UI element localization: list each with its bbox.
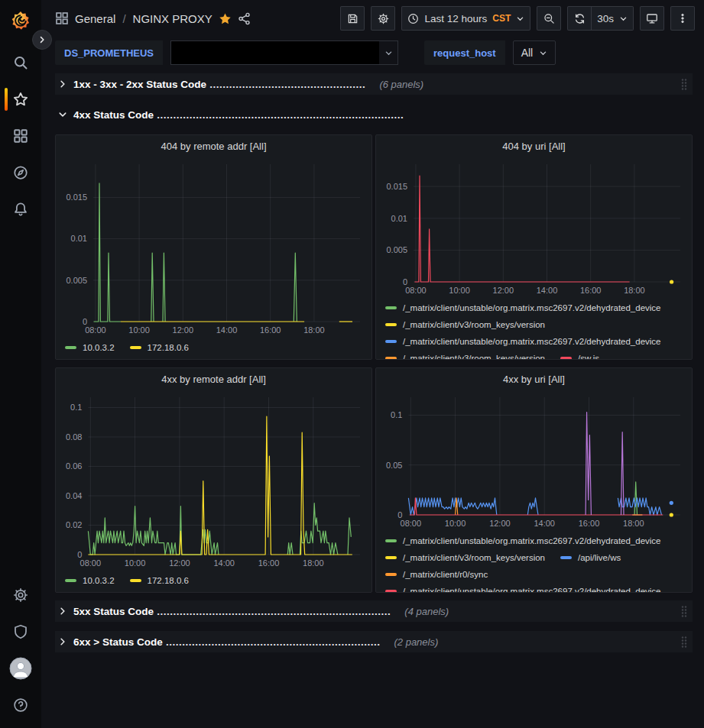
svg-text:0.01: 0.01: [71, 234, 87, 243]
variable-request-host: request_host: [424, 40, 505, 65]
user-avatar: [9, 657, 32, 680]
sidebar-item-alerting[interactable]: [0, 191, 41, 228]
variable-label: request_host: [424, 40, 505, 65]
legend-item[interactable]: /api/live/ws: [560, 549, 621, 566]
legend-item[interactable]: /_matrix/client/v3/room_keys/version: [385, 350, 545, 359]
sidebar-item-profile[interactable]: [0, 650, 41, 687]
svg-text:18:00: 18:00: [623, 519, 644, 528]
refresh-icon: [574, 13, 586, 24]
legend-item[interactable]: /_matrix/client/v3/room_keys/version: [385, 316, 545, 333]
grafana-logo[interactable]: [8, 8, 34, 34]
sidebar-item-search[interactable]: [0, 44, 41, 81]
time-range-picker[interactable]: Last 12 hours CST: [401, 6, 530, 31]
kebab-menu-button[interactable]: [670, 6, 695, 31]
legend-item[interactable]: 172.18.0.6: [130, 576, 189, 585]
svg-text:14:00: 14:00: [216, 325, 238, 335]
zoom-out-icon: [543, 13, 555, 24]
sidebar-bottom-group: [0, 577, 41, 723]
sidebar-item-starred[interactable]: [0, 81, 41, 118]
legend-item[interactable]: /_matrix/client/v3/room_keys/version: [385, 549, 545, 566]
zoom-out-button[interactable]: [537, 6, 561, 31]
request-host-select[interactable]: All: [513, 40, 556, 65]
svg-text:16:00: 16:00: [579, 519, 600, 528]
chevron-down-icon: [516, 15, 524, 23]
refresh-button-group: 30s: [567, 6, 634, 31]
time-range-label: Last 12 hours: [424, 13, 487, 24]
legend-item[interactable]: 10.0.3.2: [65, 343, 115, 352]
row-chevron-icon: [58, 637, 67, 646]
legend-item[interactable]: /_matrix/client/unstable/org.matrix.msc2…: [385, 532, 661, 549]
legend-series-swatch: [65, 579, 76, 582]
dashboard-header: General / NGINX PROXY Last 12 hours CST: [41, 0, 704, 37]
legend-item[interactable]: /_matrix/client/unstable/org.matrix.msc2…: [385, 299, 661, 316]
svg-text:0.015: 0.015: [386, 182, 407, 191]
sidebar-item-dashboards[interactable]: [0, 118, 41, 154]
save-icon: [347, 13, 358, 24]
sidebar-item-explore[interactable]: [0, 154, 41, 191]
svg-text:12:00: 12:00: [489, 519, 511, 528]
legend-item[interactable]: /_matrix/client/r0/sync: [385, 566, 488, 583]
svg-text:18:00: 18:00: [303, 558, 324, 568]
legend-item[interactable]: 10.0.3.2: [65, 576, 115, 585]
row-title: 5xx Status Code: [73, 606, 154, 617]
row-panel-count: (6 panels): [379, 79, 423, 90]
variable-label: DS_PROMETHEUS: [55, 40, 163, 65]
timeseries-chart-4xx-remote-addr[interactable]: 00.020.040.060.080.108:0010:0012:0014:00…: [59, 391, 367, 571]
panel-title[interactable]: 404 by uri [All]: [376, 135, 692, 158]
timeseries-chart-404-remote-addr[interactable]: 00.0050.010.01508:0010:0012:0014:0016:00…: [59, 158, 367, 338]
row-6xx-status-code[interactable]: 6xx > Status Code ......................…: [55, 631, 693, 652]
kebab-menu-icon: [677, 13, 688, 24]
panel-grid-row-1: 404 by remote addr [All] 00.0050.010.015…: [55, 134, 693, 360]
legend-series-swatch: [385, 556, 397, 559]
panel-title[interactable]: 404 by remote addr [All]: [56, 135, 371, 158]
svg-text:0.1: 0.1: [391, 410, 402, 419]
row-drag-handle[interactable]: [680, 605, 688, 618]
sidebar-item-server-admin[interactable]: [0, 613, 41, 650]
legend-item[interactable]: /_matrix/client/unstable/org.matrix.msc2…: [385, 333, 661, 350]
svg-text:10:00: 10:00: [128, 325, 150, 335]
sidebar-item-configuration[interactable]: [0, 577, 41, 613]
row-drag-handle[interactable]: [680, 78, 688, 91]
svg-text:08:00: 08:00: [85, 325, 106, 335]
chevron-down-icon: [539, 49, 547, 57]
svg-text:08:00: 08:00: [405, 286, 427, 295]
legend-series-label: /sw.js: [578, 354, 599, 359]
row-drag-handle[interactable]: [680, 636, 688, 649]
panel-4xx-by-uri: 4xx by uri [All] 00.050.108:0010:0012:00…: [375, 367, 693, 593]
chart-canvas: 00.050.108:0010:0012:0014:0016:0018:00: [379, 391, 687, 531]
row-1xx-3xx-2xx-status-code[interactable]: 1xx - 3xx - 2xx Status Code ............…: [55, 73, 693, 95]
legend-series-label: /_matrix/client/v3/room_keys/version: [403, 354, 545, 359]
timeseries-chart-4xx-uri[interactable]: 00.050.108:0010:0012:0014:0016:0018:00: [379, 391, 687, 531]
svg-text:0.02: 0.02: [66, 520, 82, 529]
row-title-dots: ........................................…: [154, 109, 404, 121]
legend-item[interactable]: /sw.js: [560, 350, 599, 359]
share-icon[interactable]: [238, 12, 251, 25]
legend-item[interactable]: 172.18.0.6: [130, 343, 189, 352]
save-dashboard-button[interactable]: [340, 6, 365, 31]
sidebar-expand-button[interactable]: [32, 30, 52, 50]
dashboard-settings-button[interactable]: [371, 6, 395, 31]
panel-title[interactable]: 4xx by remote addr [All]: [56, 368, 371, 391]
svg-text:0: 0: [77, 550, 82, 559]
legend-series-label: 10.0.3.2: [83, 576, 115, 585]
tv-mode-button[interactable]: [640, 6, 664, 31]
compass-icon: [13, 165, 28, 180]
panel-legend: 10.0.3.2172.18.0.6: [56, 338, 371, 359]
legend-series-swatch: [385, 573, 397, 576]
redacted-value: [171, 41, 379, 64]
panel-title[interactable]: 4xx by uri [All]: [376, 368, 692, 391]
svg-text:0.1: 0.1: [70, 403, 82, 412]
breadcrumb-folder[interactable]: General: [75, 12, 115, 25]
legend-item[interactable]: /_matrix/client/unstable/org.matrix.msc2…: [385, 583, 661, 592]
favorite-star-icon[interactable]: [219, 12, 232, 25]
row-5xx-status-code[interactable]: 5xx Status Code ........................…: [55, 600, 693, 622]
gear-icon: [13, 587, 28, 603]
timeseries-chart-404-uri[interactable]: 00.0050.010.01508:0010:0012:0014:0016:00…: [379, 158, 687, 298]
sidebar-item-help[interactable]: [0, 687, 41, 723]
refresh-button[interactable]: [567, 6, 592, 31]
datasource-select[interactable]: [170, 40, 398, 65]
chevron-right-icon: [37, 35, 47, 44]
refresh-interval-dropdown[interactable]: 30s: [592, 6, 634, 31]
svg-text:0: 0: [397, 510, 402, 519]
row-4xx-status-code[interactable]: 4xx Status Code ........................…: [55, 104, 693, 125]
